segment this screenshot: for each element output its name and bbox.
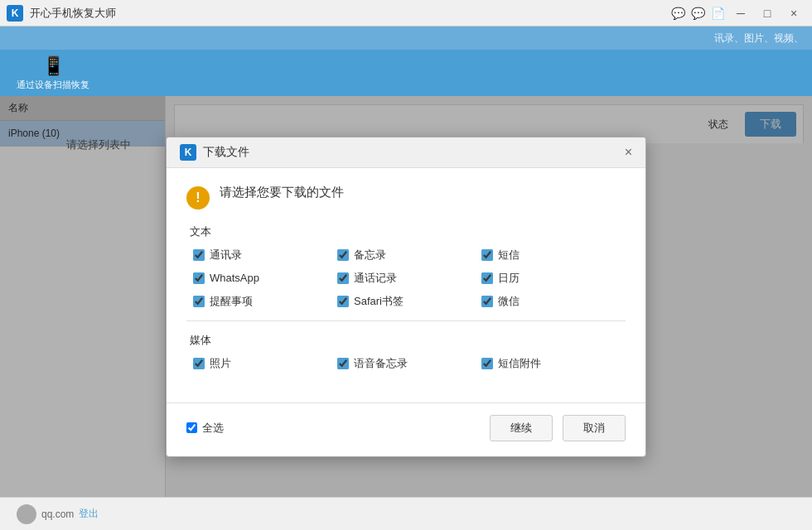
footer-buttons: 继续 取消 [490,415,626,441]
select-all-label: 全选 [202,421,224,436]
checkbox-safari-label: Safari书签 [354,294,404,309]
checkbox-safari-input[interactable] [337,296,349,307]
top-right-info: 讯录、图片、视频、 [714,31,804,46]
checkbox-reminder-input[interactable] [193,296,205,307]
checkbox-contacts-label: 通讯录 [210,248,242,263]
minimize-button[interactable]: ─ [729,5,752,22]
app-logo: K [7,5,23,22]
checkbox-safari[interactable]: Safari书签 [337,294,481,309]
checkbox-calllog-label: 通话记录 [354,271,397,286]
checkbox-photo-label: 照片 [210,356,231,371]
checkbox-whatsapp-input[interactable] [193,272,205,284]
checkbox-calendar[interactable]: 日历 [481,271,626,286]
checkbox-sms-attach-label: 短信附件 [498,356,541,371]
modal-instruction: 请选择您要下载的文件 [220,185,344,200]
window-controls: 💬 💬 📄 ─ □ × [669,5,805,22]
modal-title: 下载文件 [203,145,618,160]
continue-button[interactable]: 继续 [490,415,553,441]
modal-logo: K [180,144,196,161]
checkbox-whatsapp[interactable]: WhatsApp [193,271,337,286]
checkbox-reminder[interactable]: 提醒事项 [193,294,337,309]
user-avatar [17,504,36,524]
checkbox-wechat[interactable]: 微信 [481,294,626,309]
app-body: 讯录、图片、视频、 📱 通过设备扫描恢复 名称 iPhone (10) 状态 下… [0,26,812,530]
modal-overlay: K 下载文件 × ! 请选择您要下载的文件 文本 [0,96,812,497]
checkbox-voice-memo[interactable]: 语音备忘录 [337,356,481,371]
checkbox-reminder-label: 提醒事项 [210,294,253,309]
checkbox-sms-attach[interactable]: 短信附件 [481,356,626,371]
nav-bar: 📱 通过设备扫描恢复 [0,50,812,96]
bottom-bar: qq.com 登出 [0,497,812,530]
checkbox-memo[interactable]: 备忘录 [337,248,481,263]
file-icon[interactable]: 📄 [709,5,726,22]
app-title: 开心手机恢复大师 [30,6,669,21]
content-area: 名称 iPhone (10) 状态 下载 请选择列表中 K [0,96,812,497]
checkbox-sms[interactable]: 短信 [481,248,626,263]
checkbox-voice-memo-input[interactable] [337,358,349,369]
modal-header: K 下载文件 × [167,137,645,168]
user-info: qq.com [41,508,74,520]
checkbox-calllog-input[interactable] [337,272,349,284]
checkbox-calllog[interactable]: 通话记录 [337,271,481,286]
cancel-button[interactable]: 取消 [563,415,626,441]
checkbox-contacts[interactable]: 通讯录 [193,248,337,263]
phone-icon: 📱 [42,55,65,77]
checkbox-sms-input[interactable] [481,249,493,261]
checkbox-contacts-input[interactable] [193,249,205,261]
section-label-text: 文本 [190,224,626,239]
top-tab-bar: 讯录、图片、视频、 [0,26,812,50]
chat-icon[interactable]: 💬 [669,5,686,22]
modal-footer: 全选 继续 取消 [167,402,645,456]
modal-body: ! 请选择您要下载的文件 文本 通讯录 备 [167,168,645,402]
title-bar: K 开心手机恢复大师 💬 💬 📄 ─ □ × [0,0,812,26]
message-icon[interactable]: 💬 [689,5,706,22]
checkbox-wechat-label: 微信 [498,294,520,309]
close-button[interactable]: × [782,5,805,22]
checkbox-voice-memo-label: 语音备忘录 [354,356,408,371]
checkbox-photo[interactable]: 照片 [193,356,337,371]
select-all-checkbox[interactable] [186,422,197,433]
checkbox-memo-input[interactable] [337,249,349,261]
nav-scan-label: 通过设备扫描恢复 [17,79,89,91]
nav-scan-recover[interactable]: 📱 通过设备扫描恢复 [17,55,89,91]
warning-icon: ! [186,186,210,210]
checkbox-sms-attach-input[interactable] [481,358,493,369]
modal-info-row: ! 请选择您要下载的文件 [186,185,626,210]
media-checkboxes: 照片 语音备忘录 短信附件 [186,356,626,371]
checkbox-whatsapp-label: WhatsApp [210,272,259,284]
checkbox-calendar-input[interactable] [481,272,493,284]
checkbox-memo-label: 备忘录 [354,248,386,263]
text-checkboxes: 通讯录 备忘录 短信 WhatsApp [186,248,626,309]
download-modal: K 下载文件 × ! 请选择您要下载的文件 文本 [166,137,646,457]
section-label-media: 媒体 [190,333,626,348]
checkbox-calendar-label: 日历 [498,271,520,286]
maximize-button[interactable]: □ [756,5,779,22]
user-qq: qq.com [41,508,74,520]
checkbox-sms-label: 短信 [498,248,520,263]
logout-link[interactable]: 登出 [79,507,99,521]
checkbox-wechat-input[interactable] [481,296,493,307]
section-divider [186,320,626,321]
select-all-area[interactable]: 全选 [186,421,224,436]
checkbox-photo-input[interactable] [193,358,205,369]
modal-close-button[interactable]: × [625,146,632,159]
